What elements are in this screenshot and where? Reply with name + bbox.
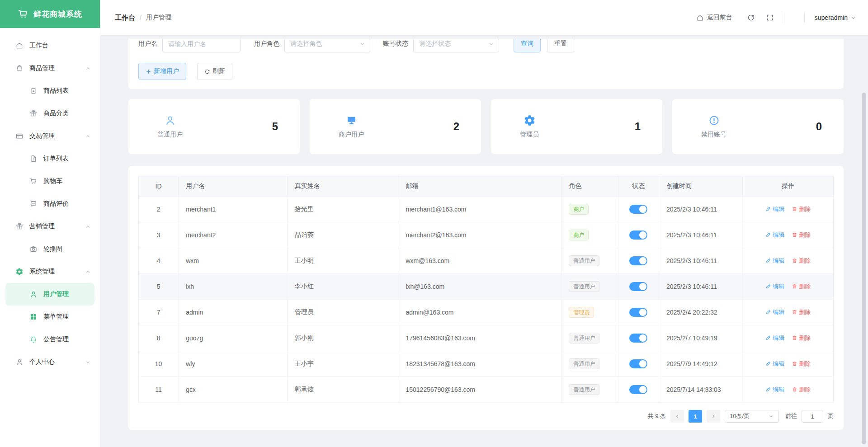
delete-button[interactable]: 删除	[792, 282, 811, 291]
edit-icon	[765, 386, 771, 392]
sidebar-item-system-management[interactable]: 系统管理	[0, 260, 100, 283]
edit-button[interactable]: 编辑	[765, 308, 784, 316]
status-toggle[interactable]	[629, 334, 647, 343]
sidebar-item-product-review[interactable]: 商品评价	[0, 193, 100, 215]
prev-page-button[interactable]	[670, 410, 684, 423]
vertical-scrollbar[interactable]	[862, 93, 866, 444]
sidebar-item-workbench[interactable]: 工作台	[0, 34, 100, 57]
table-row: 10wly王小宇18231345678@163.com普通用户2025/7/9 …	[139, 351, 834, 377]
delete-button[interactable]: 删除	[792, 386, 811, 394]
username-input[interactable]	[162, 39, 241, 52]
delete-button[interactable]: 删除	[792, 205, 811, 213]
status-toggle[interactable]	[629, 231, 647, 240]
chevron-down-icon	[488, 41, 494, 47]
table-row: 7admin管理员admin@163.com管理员2025/2/4 20:22:…	[139, 300, 834, 325]
delete-button[interactable]: 删除	[792, 360, 811, 368]
pagination: 共 9 条 1 10条/页 前往 页	[138, 410, 834, 424]
sidebar-item-product-list[interactable]: 商品列表	[0, 80, 100, 102]
role-tag: 普通用户	[569, 384, 599, 395]
row-email: lxh@163.com	[398, 274, 561, 300]
sidebar-item-shopping-cart[interactable]: 购物车	[0, 170, 100, 193]
chevron-down-icon	[769, 414, 774, 419]
breadcrumb-root[interactable]: 工作台	[115, 14, 135, 22]
goto-page-input[interactable]	[802, 410, 823, 423]
status-toggle[interactable]	[629, 385, 647, 394]
status-toggle[interactable]	[629, 205, 647, 214]
app-window: 鲜花商城系统 工作台商品管理商品列表商品分类交易管理订单列表购物车商品评价营销管…	[0, 0, 868, 447]
row-actions: 编辑删除	[743, 222, 834, 248]
status-toggle[interactable]	[629, 308, 647, 317]
status-select[interactable]: 请选择状态	[413, 39, 499, 52]
next-page-button[interactable]	[707, 410, 720, 423]
delete-label: 删除	[799, 360, 811, 368]
status-toggle[interactable]	[629, 282, 647, 291]
stat-card-normal-users: 普通用户5	[128, 99, 300, 154]
back-to-front-button[interactable]: 返回前台	[696, 14, 732, 22]
row-role: 普通用户	[561, 274, 618, 300]
add-user-label: 新增用户	[154, 67, 179, 75]
edit-button[interactable]: 编辑	[765, 386, 784, 394]
sidebar-item-order-list[interactable]: 订单列表	[0, 147, 100, 170]
row-created-time: 2025/2/3 10:46:11	[659, 222, 742, 248]
row-id: 10	[139, 351, 179, 377]
edit-button[interactable]: 编辑	[765, 360, 784, 368]
fullscreen-icon[interactable]	[766, 14, 774, 22]
role-select[interactable]: 请选择角色	[284, 39, 370, 52]
page-unit-label: 页	[828, 412, 834, 420]
delete-button[interactable]: 删除	[792, 334, 811, 342]
edit-button[interactable]: 编辑	[765, 282, 784, 291]
sidebar-item-label: 商品分类	[43, 109, 69, 118]
status-select-placeholder: 请选择状态	[419, 40, 451, 48]
delete-button[interactable]: 删除	[792, 308, 811, 316]
chevron-up-icon	[85, 66, 91, 71]
status-toggle[interactable]	[629, 359, 647, 368]
status-toggle[interactable]	[629, 256, 647, 265]
edit-button[interactable]: 编辑	[765, 334, 784, 342]
edit-label: 编辑	[773, 231, 784, 239]
edit-button[interactable]: 编辑	[765, 205, 784, 213]
row-created-time: 2025/7/14 14:33:03	[659, 377, 742, 403]
back-to-front-label: 返回前台	[707, 14, 732, 22]
row-username: merchant1	[179, 197, 288, 222]
sidebar-item-product-category[interactable]: 商品分类	[0, 102, 100, 125]
sidebar-item-label: 个人中心	[29, 358, 55, 366]
sidebar-item-notice-management[interactable]: 公告管理	[0, 328, 100, 351]
column-header: 角色	[561, 176, 618, 197]
query-button[interactable]: 查询	[514, 39, 541, 52]
user-icon	[15, 358, 24, 366]
stat-cards: 普通用户5商户用户2管理员1禁用账号0	[128, 99, 844, 154]
refresh-icon[interactable]	[747, 14, 755, 22]
column-header: 用户名	[179, 176, 288, 197]
sidebar-item-personal-center[interactable]: 个人中心	[0, 351, 100, 373]
sidebar-item-menu-management[interactable]: 菜单管理	[0, 306, 100, 328]
table-row: 11gcx郭承炫15012256790@163.com普通用户2025/7/14…	[139, 377, 834, 403]
add-user-button[interactable]: 新增用户	[138, 63, 186, 80]
row-created-time: 2025/2/3 10:46:11	[659, 197, 742, 222]
user-menu[interactable]: superadmin	[815, 14, 856, 21]
delete-button[interactable]: 删除	[792, 231, 811, 239]
edit-button[interactable]: 编辑	[765, 231, 784, 239]
sidebar-item-banner[interactable]: 轮播图	[0, 238, 100, 260]
reset-button[interactable]: 重置	[547, 39, 574, 52]
sidebar-item-trade-management[interactable]: 交易管理	[0, 125, 100, 147]
row-username: gcx	[179, 377, 288, 403]
page-size-select[interactable]: 10条/页	[725, 410, 779, 423]
row-actions: 编辑删除	[743, 248, 834, 274]
refresh-icon	[204, 69, 210, 75]
sidebar-item-product-management[interactable]: 商品管理	[0, 57, 100, 80]
sidebar-item-marketing-management[interactable]: 营销管理	[0, 215, 100, 238]
document-icon	[29, 155, 38, 163]
edit-icon	[765, 361, 771, 367]
stat-value: 0	[816, 120, 822, 133]
refresh-list-button[interactable]: 刷新	[197, 63, 232, 80]
delete-label: 删除	[799, 205, 811, 213]
page-number-button[interactable]: 1	[689, 410, 702, 423]
delete-button[interactable]: 删除	[792, 257, 811, 265]
trash-icon	[792, 206, 797, 212]
edit-button[interactable]: 编辑	[765, 257, 784, 265]
column-header: 状态	[618, 176, 659, 197]
table-row: 2merchant1拾光里merchant1@163.com商户2025/2/3…	[139, 197, 834, 222]
table-header-row: ID用户名真实姓名邮箱角色状态创建时间操作	[139, 176, 834, 197]
row-id: 2	[139, 197, 179, 222]
sidebar-item-user-management[interactable]: 用户管理	[5, 283, 94, 306]
